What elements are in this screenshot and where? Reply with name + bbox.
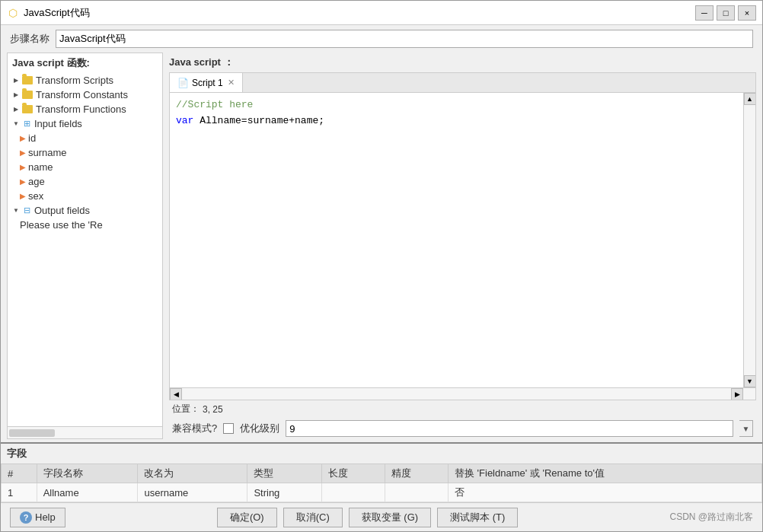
sidebar-item-output-fields[interactable]: ▼ ⊟ Output fields [8, 203, 162, 218]
arrow-icon: ▶ [11, 90, 21, 100]
sidebar-item-transform-constants[interactable]: ▶ Transform Constants [8, 88, 162, 102]
tree-label-field-sex: sex [28, 190, 43, 202]
table-header-row: # 字段名称 改名为 类型 长度 精度 替换 'Fieldname' 或 'Re… [2, 464, 762, 483]
script-tab-label: Script 1 [192, 78, 223, 88]
field-arrow-icon: ▶ [20, 192, 26, 200]
compat-checkbox[interactable] [223, 423, 234, 434]
scroll-track[interactable] [744, 105, 755, 375]
cell-length [322, 483, 385, 502]
ok-button[interactable]: 确定(O) [217, 508, 277, 527]
tree-label-field-name: name [28, 161, 53, 173]
scroll-right-button[interactable]: ▶ [731, 388, 743, 400]
watermark: CSDN @路过南北客 [669, 511, 753, 524]
cancel-button[interactable]: 取消(C) [283, 508, 343, 527]
sidebar-item-transform-scripts[interactable]: ▶ Transform Scripts [8, 73, 162, 88]
step-name-row: 步骤名称 [1, 25, 762, 53]
right-panel: Java script ： 📄 Script 1 ✕ //Script here… [169, 53, 756, 439]
table-row[interactable]: 1 Allname username String 否 [2, 483, 762, 502]
step-name-input[interactable] [56, 30, 753, 48]
script-tab-close-button[interactable]: ✕ [228, 78, 235, 88]
title-bar: ⬡ JavaScript代码 ─ □ × [1, 1, 762, 25]
opt-dropdown-button[interactable]: ▼ [739, 420, 753, 437]
code-expression: Allname=surname+name; [200, 115, 324, 126]
window-title: JavaScript代码 [24, 6, 90, 20]
arrow-icon: ▼ [11, 119, 21, 129]
tree-area: ▶ Transform Scripts ▶ Transform Constant… [8, 73, 162, 426]
tree-label-field-surname: surname [28, 147, 67, 158]
bottom-bar: ? Help 确定(O) 取消(C) 获取变量 (G) 测试脚本 (T) CSD… [1, 502, 762, 531]
code-line-2: var Allname=surname+name; [176, 113, 737, 129]
fields-table-header: # 字段名称 改名为 类型 长度 精度 替换 'Fieldname' 或 'Re… [2, 464, 762, 483]
cell-precision [385, 483, 449, 502]
vertical-scrollbar[interactable]: ▲ ▼ [743, 93, 755, 387]
main-area: Java script 函数: ▶ Transform Scripts ▶ Tr… [1, 53, 762, 442]
main-window: ⬡ JavaScript代码 ─ □ × 步骤名称 Java script 函数… [0, 0, 763, 532]
fields-table-area: # 字段名称 改名为 类型 长度 精度 替换 'Fieldname' 或 'Re… [1, 464, 762, 502]
title-bar-left: ⬡ JavaScript代码 [7, 6, 90, 20]
app-icon: ⬡ [7, 7, 19, 19]
test-script-button[interactable]: 测试脚本 (T) [437, 508, 518, 527]
compat-label: 兼容模式? [172, 422, 217, 435]
sidebar-item-input-fields[interactable]: ▼ ⊞ Input fields [8, 116, 162, 131]
code-editor[interactable]: //Script here var Allname=surname+name; [170, 93, 743, 387]
position-row: 位置： 3, 25 [169, 400, 756, 418]
col-header-num: # [2, 464, 37, 483]
col-header-length: 长度 [322, 464, 385, 483]
opt-level-input[interactable] [286, 420, 733, 437]
maximize-button[interactable]: □ [717, 5, 735, 21]
tree-label-field-id: id [28, 132, 36, 144]
tree-label-output-note: Please use the 'Re [20, 219, 103, 231]
minimize-button[interactable]: ─ [695, 5, 714, 21]
right-panel-header: Java script ： [169, 53, 756, 72]
help-label: Help [35, 511, 56, 523]
position-label: 位置： [172, 403, 200, 416]
sidebar-item-field-name[interactable]: ▶ name [8, 160, 162, 174]
arrow-icon: ▶ [11, 104, 21, 115]
col-header-precision: 精度 [385, 464, 449, 483]
get-vars-button[interactable]: 获取变量 (G) [349, 508, 431, 527]
sidebar-item-field-sex[interactable]: ▶ sex [8, 189, 162, 203]
cell-num: 1 [2, 483, 37, 502]
close-button[interactable]: × [738, 5, 756, 21]
left-horizontal-scrollbar[interactable] [8, 426, 162, 438]
folder-icon [21, 90, 34, 100]
field-arrow-icon: ▶ [20, 148, 26, 157]
left-panel-header: Java script 函数: [8, 53, 162, 73]
opt-label: 优化级别 [240, 422, 279, 435]
help-icon: ? [20, 511, 32, 524]
scroll-up-button[interactable]: ▲ [744, 93, 756, 105]
keyword-var: var [176, 115, 193, 126]
sidebar-item-field-id[interactable]: ▶ id [8, 131, 162, 145]
h-scroll-track[interactable] [182, 388, 731, 400]
col-header-name: 字段名称 [37, 464, 138, 483]
folder-icon [21, 75, 34, 86]
sidebar-item-field-age[interactable]: ▶ age [8, 174, 162, 189]
tree-label-transform-functions: Transform Functions [36, 104, 126, 115]
h-scrollbar-thumb[interactable] [9, 429, 55, 437]
scroll-left-button[interactable]: ◀ [170, 388, 182, 400]
sidebar-item-output-note: Please use the 'Re [8, 218, 162, 232]
help-button[interactable]: ? Help [10, 508, 65, 527]
cell-rename: username [138, 483, 247, 502]
step-name-label: 步骤名称 [10, 32, 49, 46]
arrow-icon: ▶ [11, 75, 21, 86]
tree-label-input-fields: Input fields [34, 118, 82, 129]
col-header-rename: 改名为 [138, 464, 247, 483]
script-editor-container: 📄 Script 1 ✕ //Script here var Allname=s… [169, 72, 756, 400]
sidebar-item-field-surname[interactable]: ▶ surname [8, 145, 162, 160]
cell-name: Allname [37, 483, 138, 502]
left-panel: Java script 函数: ▶ Transform Scripts ▶ Tr… [7, 53, 163, 439]
compat-row: 兼容模式? 优化级别 ▼ [169, 418, 756, 439]
horizontal-scrollbar-row[interactable]: ◀ ▶ [170, 387, 755, 400]
output-fields-icon: ⊟ [21, 205, 32, 216]
fields-section-header: 字段 [1, 444, 762, 464]
script-tab-1[interactable]: 📄 Script 1 ✕ [170, 73, 243, 92]
field-arrow-icon: ▶ [20, 134, 26, 142]
scroll-down-button[interactable]: ▼ [744, 375, 756, 387]
input-fields-icon: ⊞ [21, 119, 32, 129]
sidebar-item-transform-functions[interactable]: ▶ Transform Functions [8, 102, 162, 116]
folder-icon [21, 104, 34, 115]
fields-table-body: 1 Allname username String 否 [2, 483, 762, 502]
col-header-replace: 替换 'Fieldname' 或 'Rename to'值 [448, 464, 761, 483]
title-bar-controls: ─ □ × [695, 5, 756, 21]
